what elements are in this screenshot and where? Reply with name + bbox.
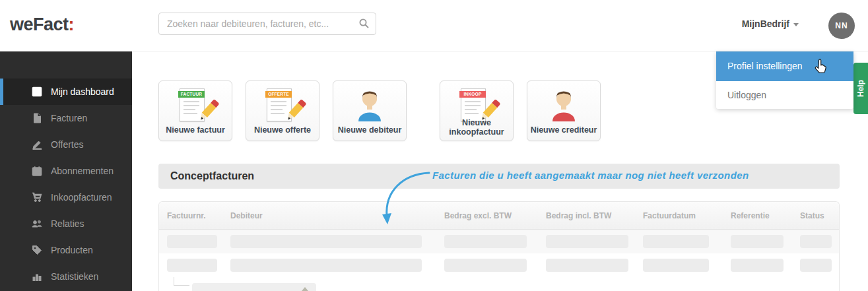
doc-badge: OFFERTE: [265, 91, 292, 98]
sidebar-item-label: Mijn dashboard: [51, 86, 114, 97]
tree-connector: [174, 277, 189, 286]
sidebar-item-label: Inkoopfacturen: [51, 192, 112, 203]
invoice-document-icon: FACTUUR: [180, 88, 206, 121]
doc-badge: FACTUUR: [178, 91, 205, 98]
table-row[interactable]: [159, 253, 839, 277]
sidebar-nav: Mijn dashboard Facturen Offertes Abonnem…: [0, 51, 132, 291]
bar-chart-icon: [32, 271, 42, 282]
concept-invoices-table: Factuurnr. Debiteur Bedrag excl. BTW Bed…: [158, 201, 840, 291]
sidebar-item-producten[interactable]: Producten: [0, 237, 132, 263]
column-header: Referentie: [731, 211, 800, 220]
sidebar-item-inkoopfacturen[interactable]: Inkoopfacturen: [0, 184, 132, 210]
sidebar-item-label: Offertes: [51, 139, 84, 150]
card-label: Nieuwe offerte: [246, 125, 319, 135]
top-header: weFact: MijnBedrijf NN: [0, 0, 868, 51]
search-input[interactable]: [158, 13, 376, 35]
sidebar-item-offertes[interactable]: Offertes: [0, 131, 132, 158]
loading-placeholder: [643, 259, 709, 272]
tag-icon: [32, 245, 42, 255]
sidebar-item-abonnementen[interactable]: Abonnementen: [0, 158, 132, 184]
account-dropdown-toggle[interactable]: MijnBedrijf: [742, 18, 799, 29]
column-header: Bedrag incl. BTW: [546, 211, 643, 220]
sidebar-item-mijn-dashboard[interactable]: Mijn dashboard: [0, 79, 132, 105]
sidebar-item-facturen[interactable]: Facturen: [0, 105, 132, 131]
help-tab[interactable]: Help: [853, 63, 868, 114]
dashboard-grid-icon: [32, 86, 42, 97]
loading-placeholder: [546, 259, 628, 272]
purchase-document-icon: INKOOP: [461, 88, 487, 121]
loading-placeholder: [167, 235, 217, 248]
chevron-down-icon: [793, 23, 799, 26]
quote-document-icon: OFFERTE: [267, 88, 293, 121]
table-header-row: Factuurnr. Debiteur Bedrag excl. BTW Bed…: [159, 202, 839, 230]
sidebar-item-label: Statistieken: [51, 271, 98, 282]
account-menu: Profiel instellingen Uitloggen: [716, 51, 853, 109]
table-footer: [159, 277, 839, 291]
loading-placeholder: [800, 235, 832, 248]
new-purchase-invoice-card[interactable]: INKOOP Nieuwe inkoopfactuur: [440, 81, 514, 141]
column-header: Factuurnr.: [167, 211, 230, 220]
sidebar-item-label: Facturen: [51, 113, 87, 123]
loading-placeholder: [643, 235, 709, 248]
logo-colon: :: [69, 15, 75, 34]
loading-placeholder: [546, 235, 628, 248]
column-header: Factuurdatum: [643, 211, 731, 220]
avatar[interactable]: NN: [828, 13, 855, 39]
annotation-arrow-icon: [370, 166, 449, 232]
new-debtor-card[interactable]: Nieuwe debiteur: [333, 81, 407, 141]
sidebar-item-label: Abonnementen: [51, 166, 114, 176]
card-label: Nieuwe inkoopfactuur: [440, 118, 513, 137]
bulk-action-select[interactable]: [192, 283, 316, 291]
card-label: Nieuwe crediteur: [527, 125, 600, 135]
help-tab-label: Help: [856, 80, 865, 97]
loading-placeholder: [444, 259, 527, 272]
menu-item-profiel-instellingen[interactable]: Profiel instellingen: [716, 51, 853, 81]
loading-placeholder: [230, 259, 422, 272]
sidebar-item-label: Producten: [51, 245, 93, 255]
loading-placeholder: [731, 259, 784, 272]
logo-text: weFact: [10, 15, 69, 34]
loading-placeholder: [167, 259, 217, 272]
loading-placeholder: [444, 235, 527, 248]
sidebar-item-label: Relaties: [51, 218, 84, 229]
card-label: Nieuwe factuur: [159, 125, 232, 135]
loading-placeholder: [230, 235, 422, 248]
chevron-up-icon: [302, 287, 308, 291]
loading-placeholder: [800, 259, 832, 272]
menu-item-label: Profiel instellingen: [727, 61, 803, 71]
column-header: Bedrag excl. BTW: [444, 211, 546, 220]
global-search: [158, 13, 376, 35]
sidebar-item-relaties[interactable]: Relaties: [0, 210, 132, 237]
wefact-logo: weFact:: [10, 15, 74, 35]
loading-placeholder: [731, 235, 784, 248]
doc-badge: INKOOP: [459, 91, 486, 98]
sidebar-item-statistieken[interactable]: Statistieken: [0, 263, 132, 290]
annotation-text: Facturen die u heeft aangemaakt maar nog…: [432, 170, 749, 181]
company-name: MijnBedrijf: [742, 18, 789, 29]
new-creditor-card[interactable]: Nieuwe crediteur: [527, 81, 601, 141]
menu-item-label: Uitloggen: [727, 90, 766, 100]
column-header: Status: [800, 211, 840, 220]
person-red-icon: [546, 87, 582, 125]
calendar-icon: [32, 166, 42, 176]
search-icon[interactable]: [358, 18, 370, 32]
new-quote-card[interactable]: OFFERTE Nieuwe offerte: [246, 81, 319, 141]
table-row[interactable]: [159, 230, 839, 253]
people-icon: [32, 218, 42, 229]
pencil-icon: [32, 139, 42, 150]
menu-item-uitloggen[interactable]: Uitloggen: [716, 81, 853, 109]
cart-icon: [32, 192, 42, 203]
new-invoice-card[interactable]: FACTUUR Nieuwe factuur: [158, 81, 232, 141]
person-blue-icon: [352, 87, 387, 125]
card-label: Nieuwe debiteur: [333, 125, 406, 135]
document-icon: [32, 113, 42, 123]
